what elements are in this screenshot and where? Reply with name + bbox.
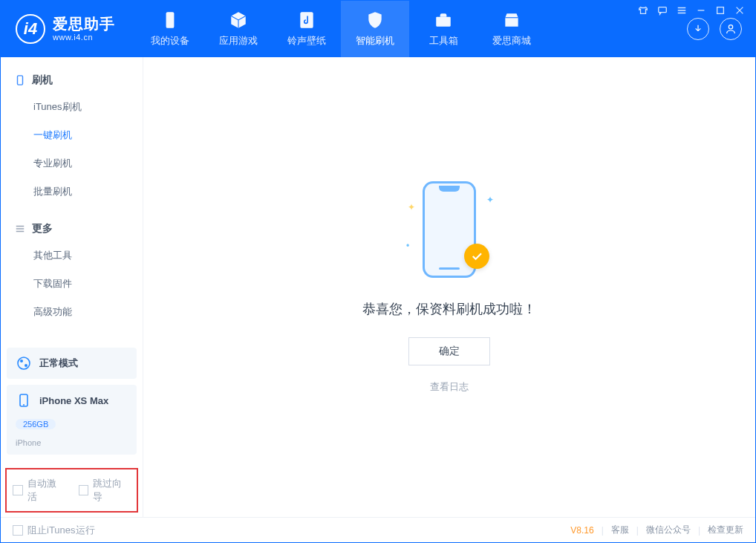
flash-options-highlight: 自动激活 跳过向导: [5, 468, 138, 513]
svg-rect-1: [717, 7, 724, 14]
device-cards: 正常模式 iPhone XS Max 256GB iPhone: [1, 342, 143, 466]
sidebar-section-more: 更多 其他工具 下载固件 高级功能: [1, 206, 143, 326]
app-subtitle: www.i4.cn: [53, 33, 115, 42]
tab-my-device[interactable]: 我的设备: [136, 1, 204, 57]
download-button[interactable]: [687, 18, 709, 40]
toolbox-icon: [434, 10, 453, 30]
footer-link-support[interactable]: 客服: [611, 524, 629, 536]
feedback-icon[interactable]: [656, 4, 668, 16]
tab-store[interactable]: 爱思商城: [478, 1, 546, 57]
tab-smart-flash[interactable]: 智能刷机: [341, 1, 409, 57]
footer-link-update[interactable]: 检查更新: [708, 524, 743, 536]
cube-icon: [229, 10, 248, 30]
tab-toolbox[interactable]: 工具箱: [409, 1, 478, 57]
store-icon: [502, 10, 521, 30]
logo-badge-icon: i4: [16, 14, 45, 44]
tab-label: 智能刷机: [356, 34, 394, 48]
checkbox-label: 跳过向导: [93, 477, 131, 504]
device-type: iPhone: [16, 438, 41, 447]
ok-button[interactable]: 确定: [408, 337, 490, 365]
music-icon: [297, 10, 316, 30]
sidebar-item-advanced[interactable]: 高级功能: [1, 298, 143, 326]
tab-label: 爱思商城: [492, 34, 531, 48]
tab-apps-games[interactable]: 应用游戏: [204, 1, 273, 57]
list-icon: [14, 223, 26, 235]
tab-label: 我的设备: [151, 34, 189, 48]
checkbox-block-itunes[interactable]: 阻止iTunes运行: [13, 524, 95, 537]
mode-label: 正常模式: [39, 357, 78, 370]
svg-rect-3: [300, 12, 313, 28]
sidebar-title: 刷机: [32, 74, 53, 87]
menu-icon[interactable]: [676, 4, 688, 16]
mode-icon: [16, 355, 32, 371]
svg-point-11: [23, 404, 25, 406]
logo[interactable]: i4 爱思助手 www.i4.cn: [1, 1, 136, 57]
view-log-link[interactable]: 查看日志: [430, 380, 469, 394]
phone-icon: [14, 74, 26, 86]
mode-card[interactable]: 正常模式: [7, 348, 137, 379]
maximize-icon[interactable]: [714, 4, 726, 16]
body: 刷机 iTunes刷机 一键刷机 专业刷机 批量刷机 更多 其他工具 下载固件 …: [1, 57, 755, 517]
checkbox-icon: [79, 485, 89, 495]
svg-rect-0: [659, 7, 667, 13]
svg-rect-4: [436, 17, 451, 27]
sidebar-item-oneclick-flash[interactable]: 一键刷机: [1, 121, 143, 149]
check-badge-icon: [464, 244, 489, 269]
shield-icon: [365, 10, 385, 30]
device-card[interactable]: iPhone XS Max 256GB iPhone: [7, 385, 137, 455]
nav-tabs: 我的设备 应用游戏 铃声壁纸 智能刷机 工具箱 爱思商城: [136, 1, 546, 57]
checkbox-skip-guide[interactable]: 跳过向导: [79, 477, 131, 504]
sidebar-head-more: 更多: [1, 216, 143, 241]
checkbox-label: 阻止iTunes运行: [27, 524, 95, 537]
tab-label: 铃声壁纸: [287, 34, 326, 48]
app-window: i4 爱思助手 www.i4.cn 我的设备 应用游戏 铃声壁纸 智能刷机: [0, 0, 756, 543]
sidebar-title: 更多: [32, 222, 53, 235]
sidebar-section-flash: 刷机 iTunes刷机 一键刷机 专业刷机 批量刷机: [1, 57, 143, 206]
svg-point-5: [729, 25, 732, 29]
svg-point-9: [25, 364, 27, 367]
sidebar-item-pro-flash[interactable]: 专业刷机: [1, 149, 143, 178]
checkbox-icon: [13, 485, 23, 495]
tab-ringtone-wallpaper[interactable]: 铃声壁纸: [273, 1, 341, 57]
checkbox-auto-activate[interactable]: 自动激活: [13, 477, 65, 504]
svg-point-8: [20, 360, 23, 362]
sidebar-head-flash: 刷机: [1, 68, 143, 93]
content: ✦ • ✦ 恭喜您，保资料刷机成功啦！ 确定 查看日志: [143, 57, 755, 517]
minimize-icon[interactable]: [695, 4, 707, 16]
success-message: 恭喜您，保资料刷机成功啦！: [362, 300, 536, 318]
device-name: iPhone XS Max: [39, 395, 108, 406]
footer-right: V8.16 | 客服 | 微信公众号 | 检查更新: [570, 524, 743, 536]
success-illustration: ✦ • ✦: [405, 181, 494, 285]
sparkle-icon: •: [406, 241, 409, 251]
sidebar-item-itunes-flash[interactable]: iTunes刷机: [1, 93, 143, 121]
footer-link-wechat[interactable]: 微信公众号: [646, 524, 691, 536]
svg-rect-6: [18, 76, 23, 85]
close-icon[interactable]: [734, 4, 746, 16]
window-controls: [637, 4, 746, 16]
device-icon: [160, 10, 180, 30]
sidebar: 刷机 iTunes刷机 一键刷机 专业刷机 批量刷机 更多 其他工具 下载固件 …: [1, 57, 143, 517]
svg-rect-2: [166, 12, 175, 28]
app-title: 爱思助手: [53, 16, 115, 33]
checkbox-label: 自动激活: [27, 477, 65, 504]
device-icon: [16, 392, 32, 409]
sparkle-icon: ✦: [408, 202, 415, 212]
checkbox-icon: [13, 525, 23, 536]
sidebar-item-other-tools[interactable]: 其他工具: [1, 241, 143, 270]
tab-label: 应用游戏: [219, 34, 258, 48]
version-label: V8.16: [570, 525, 593, 536]
sidebar-item-batch-flash[interactable]: 批量刷机: [1, 178, 143, 206]
user-button[interactable]: [720, 18, 742, 40]
svg-point-7: [18, 357, 30, 369]
tab-label: 工具箱: [429, 34, 458, 48]
sparkle-icon: ✦: [486, 195, 494, 205]
storage-badge: 256GB: [16, 419, 56, 429]
footer: 阻止iTunes运行 V8.16 | 客服 | 微信公众号 | 检查更新: [1, 517, 755, 542]
skin-icon[interactable]: [637, 4, 649, 16]
sidebar-item-download-firmware[interactable]: 下载固件: [1, 270, 143, 298]
